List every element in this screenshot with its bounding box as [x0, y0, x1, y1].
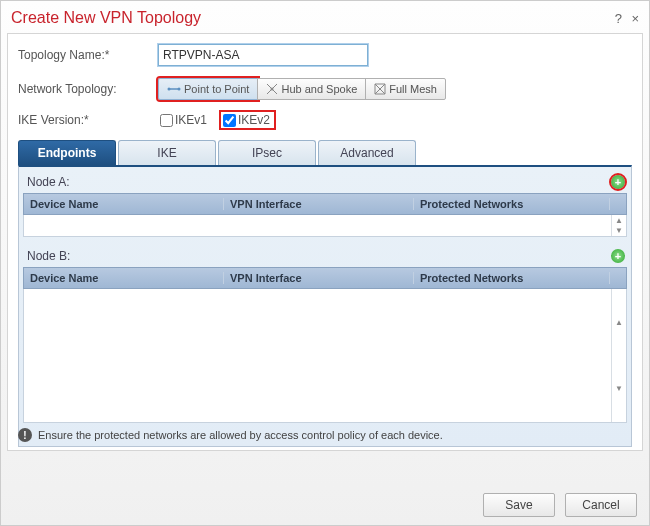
scroll-up-icon-b[interactable]: ▲	[612, 289, 626, 356]
scroll-b[interactable]: ▲ ▼	[611, 289, 626, 422]
label-ikev1: IKEv1	[175, 113, 207, 127]
footer-note-text: Ensure the protected networks are allowe…	[38, 429, 443, 441]
svg-line-4	[267, 84, 272, 89]
node-a-empty	[24, 215, 611, 236]
hub-icon	[266, 83, 278, 95]
svg-line-7	[272, 89, 277, 94]
add-node-a-icon[interactable]: +	[611, 175, 625, 189]
mesh-icon	[374, 83, 386, 95]
dialog-title: Create New VPN Topology	[11, 9, 201, 27]
tab-ike[interactable]: IKE	[118, 140, 216, 165]
node-b-grid: ▲ ▼	[23, 289, 627, 423]
label-ikev2: IKEv2	[238, 113, 270, 127]
toggle-full-mesh[interactable]: Full Mesh	[365, 78, 446, 100]
svg-line-5	[272, 84, 277, 89]
checkbox-ikev1[interactable]	[160, 114, 173, 127]
ptp-icon	[167, 84, 181, 94]
checkbox-ikev1-wrap[interactable]: IKEv1	[158, 112, 211, 128]
col-nets-a[interactable]: Protected Networks	[414, 198, 610, 210]
svg-point-2	[178, 88, 181, 91]
dialog-body: Topology Name:* Network Topology: Point …	[7, 33, 643, 451]
col-iface-a[interactable]: VPN Interface	[224, 198, 414, 210]
tab-panel-endpoints: Node A: + Device Name VPN Interface Prot…	[18, 165, 632, 447]
tab-ipsec[interactable]: IPsec	[218, 140, 316, 165]
checkbox-ikev2-wrap[interactable]: IKEv2	[221, 112, 274, 128]
footer-note: ! Ensure the protected networks are allo…	[18, 428, 632, 442]
label-topology-name: Topology Name:*	[18, 48, 158, 62]
toggle-point-to-point[interactable]: Point to Point	[158, 78, 258, 100]
scroll-up-icon[interactable]: ▲	[612, 215, 626, 226]
node-b-empty	[24, 289, 611, 422]
toggle-mesh-label: Full Mesh	[389, 83, 437, 95]
scroll-down-icon[interactable]: ▼	[612, 226, 626, 237]
titlebar: Create New VPN Topology ? ×	[1, 1, 649, 33]
tab-endpoints[interactable]: Endpoints	[18, 140, 116, 165]
row-ike-version: IKE Version:* IKEv1 IKEv2	[18, 112, 632, 128]
scroll-a[interactable]: ▲ ▼	[611, 215, 626, 236]
node-a-grid: ▲ ▼	[23, 215, 627, 237]
toggle-hub-and-spoke[interactable]: Hub and Spoke	[257, 78, 366, 100]
row-topology-name: Topology Name:*	[18, 44, 632, 66]
col-device-b[interactable]: Device Name	[24, 272, 224, 284]
scroll-down-icon-b[interactable]: ▼	[612, 356, 626, 423]
input-topology-name[interactable]	[158, 44, 368, 66]
cancel-button[interactable]: Cancel	[565, 493, 637, 517]
toggle-hub-label: Hub and Spoke	[281, 83, 357, 95]
add-node-b-icon[interactable]: +	[611, 249, 625, 263]
tab-advanced[interactable]: Advanced	[318, 140, 416, 165]
row-network-topology: Network Topology: Point to Point Hub and…	[18, 78, 632, 100]
node-b-header: Node B: +	[23, 245, 627, 267]
help-icon[interactable]: ?	[615, 11, 622, 26]
dialog: Create New VPN Topology ? × Topology Nam…	[0, 0, 650, 526]
label-network-topology: Network Topology:	[18, 82, 158, 96]
save-button[interactable]: Save	[483, 493, 555, 517]
node-b-columns: Device Name VPN Interface Protected Netw…	[23, 267, 627, 289]
node-a-columns: Device Name VPN Interface Protected Netw…	[23, 193, 627, 215]
tab-bar: Endpoints IKE IPsec Advanced	[18, 140, 632, 165]
label-node-a: Node A:	[27, 175, 70, 189]
topology-toggle-group: Point to Point Hub and Spoke Full Mesh	[158, 78, 446, 100]
col-device-a[interactable]: Device Name	[24, 198, 224, 210]
node-a-header: Node A: +	[23, 171, 627, 193]
action-bar: Save Cancel	[483, 493, 637, 517]
title-actions: ? ×	[609, 11, 639, 26]
checkbox-ikev2[interactable]	[223, 114, 236, 127]
label-ike-version: IKE Version:*	[18, 113, 158, 127]
label-node-b: Node B:	[27, 249, 70, 263]
col-nets-b[interactable]: Protected Networks	[414, 272, 610, 284]
toggle-ptp-label: Point to Point	[184, 83, 249, 95]
info-icon: !	[18, 428, 32, 442]
svg-line-6	[267, 89, 272, 94]
col-iface-b[interactable]: VPN Interface	[224, 272, 414, 284]
close-icon[interactable]: ×	[631, 11, 639, 26]
